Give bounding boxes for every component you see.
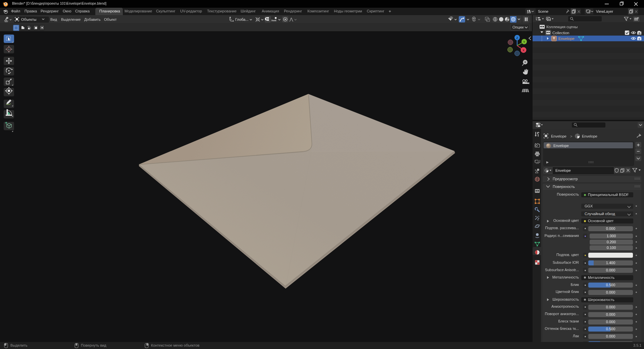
svg-text:Envelope: Envelope — [558, 37, 575, 41]
svg-text:X: X — [523, 49, 525, 52]
svg-text:Collection: Collection — [552, 31, 569, 35]
svg-text:Y: Y — [523, 40, 525, 44]
svg-text:Коллекция сцены: Коллекция сцены — [546, 25, 578, 29]
svg-text:Z: Z — [516, 36, 518, 40]
